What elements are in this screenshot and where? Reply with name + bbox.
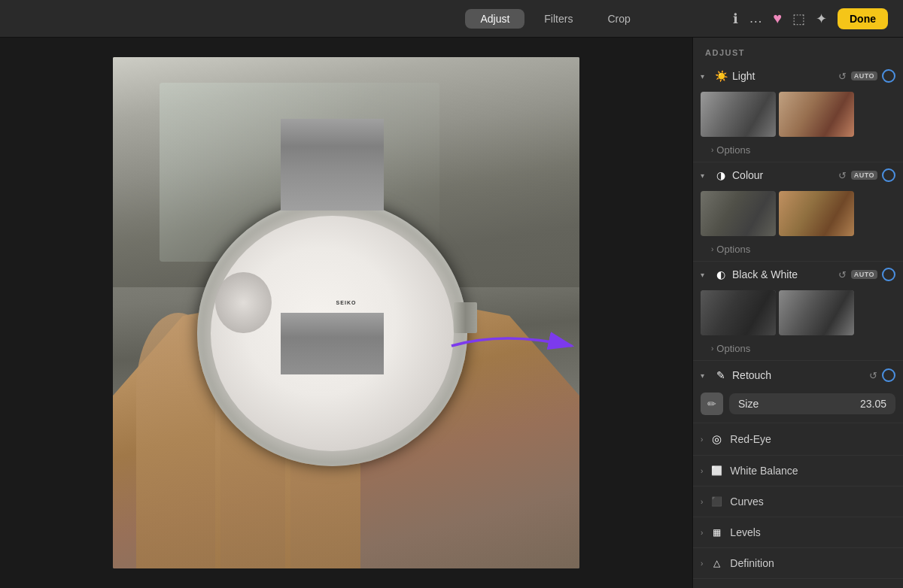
light-controls: ↺ AUTO bbox=[838, 69, 895, 83]
thumb-item[interactable] bbox=[701, 290, 776, 335]
definition-label: Definition bbox=[730, 557, 774, 569]
more-icon[interactable]: … bbox=[749, 11, 762, 26]
bw-chevron-icon: ▾ bbox=[701, 271, 710, 279]
white-balance-icon: ⬜ bbox=[709, 465, 724, 476]
thumb-item[interactable] bbox=[779, 191, 854, 236]
light-toggle[interactable] bbox=[882, 69, 895, 83]
toolbar-right: ℹ … ♥ ⬚ ✦ Done bbox=[733, 8, 888, 29]
tab-crop[interactable]: Crop bbox=[592, 9, 645, 29]
section-colour: ▾ ◑ Colour ↺ AUTO › Options bbox=[693, 162, 903, 262]
definition-chevron-icon: › bbox=[701, 559, 703, 568]
retouch-undo-icon[interactable]: ↺ bbox=[869, 370, 877, 381]
curves-label: Curves bbox=[730, 496, 763, 508]
levels-chevron-icon: › bbox=[701, 529, 703, 537]
colour-icon: ◑ bbox=[714, 169, 728, 181]
light-thumbnails bbox=[693, 89, 903, 143]
light-chevron-icon: ▾ bbox=[701, 72, 710, 80]
size-control: ✏ Size 23.05 bbox=[693, 389, 903, 423]
bw-icon: ◐ bbox=[714, 268, 728, 280]
retouch-controls: ↺ bbox=[869, 368, 895, 382]
pencil-icon: ✏ bbox=[707, 398, 716, 410]
colour-auto-badge[interactable]: AUTO bbox=[851, 171, 877, 180]
section-light-header[interactable]: ▾ ☀️ Light ↺ AUTO bbox=[693, 63, 903, 89]
white-balance-chevron-icon: › bbox=[701, 467, 703, 475]
colour-options-row[interactable]: › Options bbox=[693, 242, 903, 261]
white-balance-label: White Balance bbox=[730, 465, 798, 477]
bw-controls: ↺ AUTO bbox=[838, 268, 895, 281]
tab-adjust[interactable]: Adjust bbox=[465, 9, 524, 29]
size-field-label: Size bbox=[738, 398, 759, 410]
bw-title: Black & White bbox=[732, 268, 834, 280]
colour-thumbnails bbox=[693, 188, 903, 242]
bw-auto-badge[interactable]: AUTO bbox=[851, 270, 877, 279]
bw-options-row[interactable]: › Options bbox=[693, 341, 903, 360]
red-eye-label: Red-Eye bbox=[730, 433, 771, 445]
thumb-item[interactable] bbox=[779, 92, 854, 137]
section-definition[interactable]: › △ Definition bbox=[693, 548, 903, 579]
retouch-header[interactable]: ▾ ✎ Retouch ↺ bbox=[693, 361, 903, 389]
section-light: ▾ ☀️ Light ↺ AUTO › Options bbox=[693, 63, 903, 162]
colour-controls: ↺ AUTO bbox=[838, 168, 895, 182]
section-bw-header[interactable]: ▾ ◐ Black & White ↺ AUTO bbox=[693, 262, 903, 287]
light-options-chevron-icon: › bbox=[711, 146, 713, 154]
tab-bar: Adjust Filters Crop bbox=[378, 9, 733, 29]
bw-undo-icon[interactable]: ↺ bbox=[838, 269, 847, 280]
curves-icon: ⬛ bbox=[709, 496, 724, 507]
section-bw: ▾ ◐ Black & White ↺ AUTO › Options bbox=[693, 262, 903, 361]
light-options-label: Options bbox=[716, 144, 750, 156]
light-options-row[interactable]: › Options bbox=[693, 143, 903, 162]
light-title: Light bbox=[732, 70, 834, 82]
section-curves[interactable]: › ⬛ Curves bbox=[693, 486, 903, 517]
section-selective-colour[interactable]: › ✦ Selective Colour bbox=[693, 579, 903, 588]
thumb-item[interactable] bbox=[779, 290, 854, 335]
heart-icon[interactable]: ♥ bbox=[773, 10, 782, 27]
panel-header: ADJUST bbox=[693, 38, 903, 63]
aspect-icon[interactable]: ⬚ bbox=[792, 11, 805, 27]
size-field[interactable]: Size 23.05 bbox=[729, 393, 895, 414]
done-button[interactable]: Done bbox=[838, 8, 888, 29]
section-white-balance[interactable]: › ⬜ White Balance bbox=[693, 456, 903, 486]
toolbar: Adjust Filters Crop ℹ … ♥ ⬚ ✦ Done bbox=[0, 0, 903, 38]
tab-filters[interactable]: Filters bbox=[529, 9, 588, 29]
pencil-tool-button[interactable]: ✏ bbox=[701, 393, 723, 415]
retouch-chevron-icon: ▾ bbox=[701, 371, 710, 380]
levels-icon: ▦ bbox=[709, 527, 724, 538]
curves-chevron-icon: › bbox=[701, 498, 703, 506]
retouch-title: Retouch bbox=[732, 369, 865, 381]
photo-area: SEIKO bbox=[0, 38, 692, 588]
thumb-item[interactable] bbox=[701, 191, 776, 236]
retouch-tool-icon: ✎ bbox=[714, 369, 728, 381]
bw-toggle[interactable] bbox=[882, 268, 895, 281]
section-colour-header[interactable]: ▾ ◑ Colour ↺ AUTO bbox=[693, 162, 903, 188]
magic-icon[interactable]: ✦ bbox=[816, 11, 827, 27]
red-eye-chevron-icon: › bbox=[701, 435, 703, 444]
light-undo-icon[interactable]: ↺ bbox=[838, 71, 847, 82]
info-icon[interactable]: ℹ bbox=[733, 11, 738, 27]
definition-icon: △ bbox=[709, 558, 724, 568]
light-sun-icon: ☀️ bbox=[714, 70, 728, 82]
bw-thumbnails bbox=[693, 287, 903, 341]
photo-container: SEIKO bbox=[113, 57, 579, 568]
right-panel: ADJUST ▾ ☀️ Light ↺ AUTO › Options bbox=[692, 38, 903, 588]
levels-label: Levels bbox=[730, 526, 760, 538]
bw-options-chevron-icon: › bbox=[711, 344, 713, 353]
colour-options-chevron-icon: › bbox=[711, 245, 713, 253]
bw-options-label: Options bbox=[716, 343, 750, 354]
section-red-eye[interactable]: › ◎ Red-Eye bbox=[693, 423, 903, 456]
section-retouch: ▾ ✎ Retouch ↺ ✏ Size 23.05 bbox=[693, 361, 903, 423]
red-eye-icon: ◎ bbox=[709, 432, 724, 446]
light-auto-badge[interactable]: AUTO bbox=[851, 71, 877, 80]
section-levels[interactable]: › ▦ Levels bbox=[693, 517, 903, 548]
colour-chevron-icon: ▾ bbox=[701, 171, 710, 180]
retouch-toggle[interactable] bbox=[882, 368, 895, 382]
colour-toggle[interactable] bbox=[882, 168, 895, 182]
size-field-value: 23.05 bbox=[860, 398, 886, 410]
thumb-item[interactable] bbox=[701, 92, 776, 137]
colour-options-label: Options bbox=[716, 244, 750, 255]
colour-undo-icon[interactable]: ↺ bbox=[838, 170, 847, 181]
colour-title: Colour bbox=[732, 169, 834, 181]
main-area: SEIKO ADJUST ▾ bbox=[0, 38, 903, 588]
